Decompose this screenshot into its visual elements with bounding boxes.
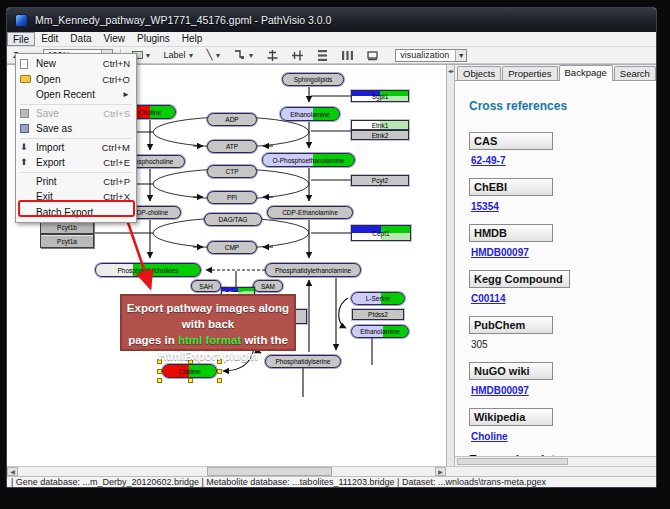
chevron-down-icon: ▼	[214, 52, 221, 59]
title-bar[interactable]: Mm_Kennedy_pathway_WP1771_45176.gpml - P…	[7, 8, 656, 32]
node-ethanolamine[interactable]: Ethanolamine	[280, 107, 340, 121]
gene-node-pcyt2[interactable]: Pcyt2	[351, 175, 409, 186]
gene-node-etnk1[interactable]: Etnk1	[351, 120, 409, 130]
node-dag-tag[interactable]: DAG/TAG	[204, 213, 262, 226]
gene-node-ptdss2[interactable]: Ptdss2	[352, 309, 404, 320]
node-phosphatidylcholines[interactable]: Phosphatidylcholines	[95, 263, 201, 277]
node-label: Sphingolipids	[294, 76, 333, 83]
scrollbar-thumb[interactable]	[457, 458, 568, 465]
gene-node-etnk2[interactable]: Etnk2	[351, 130, 409, 140]
menu-view[interactable]: View	[97, 32, 131, 46]
node-label: CDP-Ethanolamine	[282, 209, 338, 216]
selection-handle[interactable]	[157, 378, 162, 383]
node-atp[interactable]: ATP	[207, 140, 257, 153]
panel-splitter[interactable]: ◂▸	[447, 65, 455, 466]
node-o-phosphoethanolamine[interactable]: O-Phosphoethanolamine	[262, 153, 355, 167]
align-middle-button[interactable]	[287, 48, 308, 63]
node-sam[interactable]: SAM	[253, 280, 283, 292]
gene-node-sgpl1[interactable]: Sgpl1	[351, 90, 409, 102]
node-label: SAM	[261, 283, 275, 290]
node-ctp[interactable]: CTP	[207, 165, 257, 178]
line-tool-button[interactable]: ╲ ▼	[202, 48, 225, 63]
node-ethanolamine-bottom[interactable]: Ethanolamine	[351, 325, 409, 338]
tab-backpage[interactable]: Backpage	[559, 65, 613, 81]
node-label: CTP	[226, 168, 239, 175]
menu-item-open[interactable]: OpenCtrl+O	[16, 72, 136, 88]
node-cmp[interactable]: CMP	[207, 241, 257, 254]
selection-handle[interactable]	[217, 369, 222, 374]
xref-link[interactable]: 15354	[471, 201, 499, 212]
menu-item-save-as[interactable]: Save as	[16, 121, 136, 137]
line-icon: ╲	[206, 50, 212, 60]
node-phosphatidylethanolamine[interactable]: Phosphatidylethanolamine	[265, 263, 361, 277]
side-panel-scrollbar[interactable]	[455, 456, 656, 466]
menu-item-open-recent[interactable]: Open Recent►	[16, 87, 136, 103]
xref-section-chebi: ChEBI 15354	[469, 177, 644, 212]
menu-plugins[interactable]: Plugins	[131, 32, 176, 46]
node-cdp-ethanolamine[interactable]: CDP-Ethanolamine	[267, 206, 353, 219]
import-icon: ⬇	[20, 143, 36, 152]
gene-node-pcyt1a[interactable]: Pcyt1a	[40, 234, 94, 248]
distribute-horizontal-icon	[341, 49, 354, 62]
menu-help[interactable]: Help	[176, 32, 209, 46]
scroll-left-button[interactable]: ◀	[7, 467, 18, 476]
xref-link[interactable]: HMDB00097	[471, 385, 529, 396]
menu-item-print[interactable]: PrintCtrl+P	[16, 174, 136, 190]
scrollbar-thumb[interactable]	[207, 467, 332, 476]
file-menu-popup: NewCtrl+N OpenCtrl+O Open Recent► SaveCt…	[15, 53, 137, 223]
chevron-down-icon: ▼	[187, 52, 194, 59]
menu-item-export[interactable]: ⬆ ExportCtrl+E	[16, 155, 136, 171]
scroll-right-button[interactable]: ▶	[435, 467, 446, 476]
menu-item-save[interactable]: SaveCtrl+S	[16, 106, 136, 122]
node-choline-selected[interactable]: Choline	[162, 364, 217, 378]
node-adp[interactable]: ADP	[207, 113, 257, 126]
distribute-horizontal-button[interactable]	[337, 48, 358, 63]
xref-link[interactable]: 62-49-7	[471, 155, 505, 166]
tab-properties[interactable]: Properties	[502, 66, 557, 80]
connector-tool-button[interactable]: ▼	[229, 48, 258, 63]
selection-handle[interactable]	[157, 369, 162, 374]
menu-item-exit[interactable]: ExitCtrl+X	[16, 189, 136, 205]
xref-link[interactable]: Choline	[471, 431, 508, 442]
node-label: Etnk1	[372, 122, 389, 129]
node-label: L-Serine	[366, 295, 391, 302]
menu-edit[interactable]: Edit	[35, 32, 64, 46]
node-label: Pcyt1b	[57, 224, 77, 231]
xref-value: 305	[471, 339, 488, 350]
align-center-button[interactable]	[262, 48, 283, 63]
chevron-down-icon: ▼	[247, 52, 254, 59]
xref-link[interactable]: HMDB00097	[471, 247, 529, 258]
selection-handle[interactable]	[217, 378, 222, 383]
node-label: O-Phosphoethanolamine	[273, 157, 345, 164]
status-text: | Gene database: ...m_Derby_20120602.bri…	[11, 477, 546, 487]
menu-item-batch-export[interactable]: Batch Export	[16, 205, 136, 221]
xref-title: HMDB	[469, 224, 553, 242]
node-sphingolipids[interactable]: Sphingolipids	[282, 73, 344, 86]
visualization-dropdown-arrow[interactable]: ▼	[455, 50, 466, 61]
xref-title: CAS	[469, 132, 553, 150]
menu-data[interactable]: Data	[64, 32, 97, 46]
gene-node-cept1[interactable]: Cept1	[351, 225, 411, 241]
node-label: CDP-choline	[132, 209, 169, 216]
align-middle-icon	[291, 49, 304, 62]
menu-item-import[interactable]: ⬇ ImportCtrl+M	[16, 140, 136, 156]
canvas-horizontal-scrollbar[interactable]: ◀ ▶	[7, 466, 656, 476]
xref-title: PubChem	[469, 316, 553, 334]
xref-link[interactable]: C00114	[471, 293, 505, 304]
menu-file[interactable]: File	[7, 32, 35, 46]
node-ppi[interactable]: PPi	[207, 191, 257, 204]
tab-search[interactable]: Search	[614, 66, 656, 80]
node-label: DAG/TAG	[219, 216, 248, 223]
menu-item-new[interactable]: NewCtrl+N	[16, 56, 136, 72]
common-size-button[interactable]	[362, 48, 383, 63]
node-label: Ethanolamine	[360, 328, 400, 335]
selection-handle[interactable]	[188, 378, 193, 383]
tab-objects[interactable]: Objects	[457, 66, 501, 80]
node-label: Choline	[139, 109, 161, 116]
node-l-serine[interactable]: L-Serine	[351, 292, 405, 305]
distribute-vertical-button[interactable]	[312, 48, 333, 63]
visualization-combobox[interactable]: visualization ▼	[395, 49, 467, 62]
node-sah[interactable]: SAH	[191, 280, 221, 292]
splitter-collapse-icon[interactable]: ◂▸	[448, 67, 454, 74]
label-button[interactable]: Label ▼	[159, 48, 198, 63]
